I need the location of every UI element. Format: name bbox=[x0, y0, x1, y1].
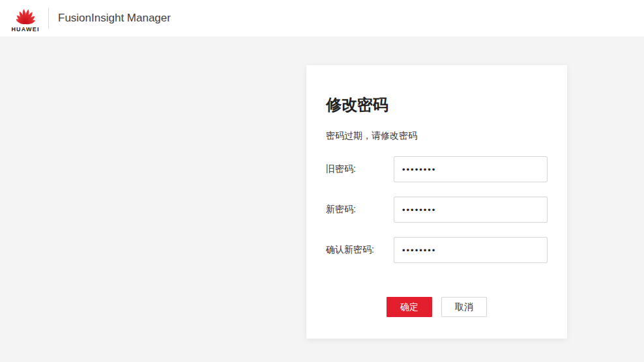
dialog-subtitle: 密码过期，请修改密码 bbox=[326, 130, 548, 142]
form-row-new-password: 新密码: bbox=[326, 197, 548, 223]
dialog-title: 修改密码 bbox=[326, 95, 548, 115]
app-header: HUAWEI FusionInsight Manager bbox=[0, 0, 644, 36]
confirm-password-label: 确认新密码: bbox=[326, 244, 394, 256]
brand-text: HUAWEI bbox=[11, 26, 39, 33]
cancel-button[interactable]: 取消 bbox=[441, 297, 487, 317]
form-row-old-password: 旧密码: bbox=[326, 156, 548, 182]
change-password-form: 旧密码: 新密码: 确认新密码: bbox=[326, 156, 548, 263]
old-password-input[interactable] bbox=[394, 156, 548, 182]
confirm-password-input[interactable] bbox=[394, 237, 548, 263]
product-title: FusionInsight Manager bbox=[58, 12, 171, 25]
form-row-confirm-password: 确认新密码: bbox=[326, 237, 548, 263]
new-password-label: 新密码: bbox=[326, 204, 394, 216]
new-password-input[interactable] bbox=[394, 197, 548, 223]
dialog-actions: 确定 取消 bbox=[326, 297, 548, 317]
huawei-flower-icon bbox=[11, 5, 40, 25]
old-password-label: 旧密码: bbox=[326, 163, 394, 175]
header-divider bbox=[48, 8, 49, 29]
huawei-logo: HUAWEI bbox=[7, 5, 44, 33]
ok-button[interactable]: 确定 bbox=[387, 297, 432, 317]
change-password-dialog: 修改密码 密码过期，请修改密码 旧密码: 新密码: 确认新密码: 确定 取消 bbox=[306, 65, 567, 339]
